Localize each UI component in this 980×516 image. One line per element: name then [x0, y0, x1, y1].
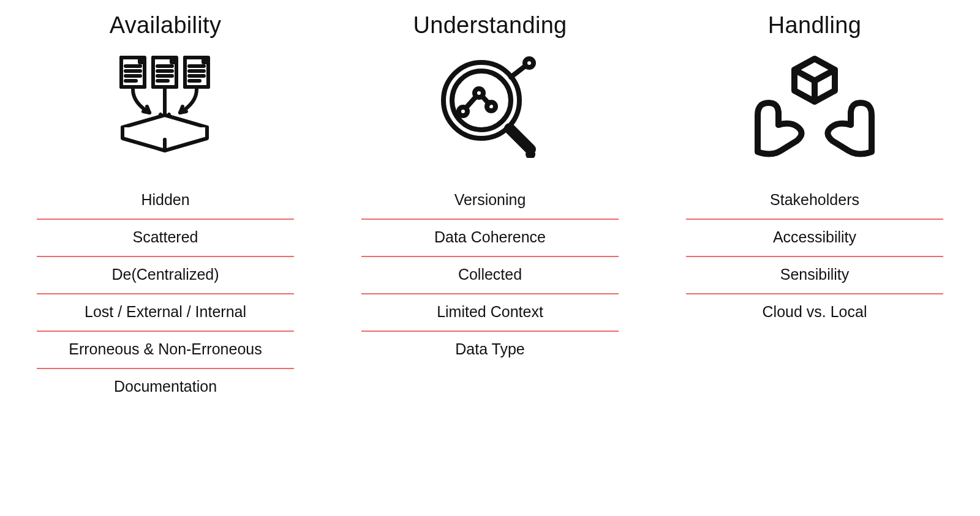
list-item: Versioning — [361, 182, 619, 220]
list-item: Hidden — [37, 182, 294, 220]
magnifier-chart-icon — [429, 54, 551, 158]
documents-into-box-icon — [104, 54, 227, 158]
columns-container: Availability — [0, 12, 980, 405]
column-title-handling: Handling — [768, 12, 861, 39]
list-item: Documentation — [37, 369, 294, 405]
list-item: Limited Context — [361, 294, 619, 332]
list-item: Collected — [361, 257, 619, 294]
column-title-understanding: Understanding — [413, 12, 567, 39]
list-availability: Hidden Scattered De(Centralized) Lost / … — [37, 182, 294, 405]
list-item: Sensibility — [686, 257, 943, 294]
list-handling: Stakeholders Accessibility Sensibility C… — [686, 182, 943, 331]
svg-point-23 — [525, 59, 533, 67]
list-item: Data Type — [361, 332, 619, 368]
list-item: Scattered — [37, 220, 294, 257]
column-title-availability: Availability — [110, 12, 221, 39]
list-item: Cloud vs. Local — [686, 294, 943, 331]
list-item: De(Centralized) — [37, 257, 294, 294]
list-understanding: Versioning Data Coherence Collected Limi… — [361, 182, 619, 368]
diagram-page: Availability — [0, 0, 980, 516]
column-understanding: Understanding — [361, 12, 619, 405]
list-item: Erroneous & Non-Erroneous — [37, 332, 294, 369]
list-item: Lost / External / Internal — [37, 294, 294, 332]
list-item: Stakeholders — [686, 182, 943, 220]
list-item: Accessibility — [686, 220, 943, 257]
column-handling: Handling Stakeholders Accessibility — [686, 12, 943, 405]
hands-holding-cube-icon — [750, 54, 879, 158]
column-availability: Availability — [37, 12, 294, 405]
list-item: Data Coherence — [361, 220, 619, 257]
svg-point-16 — [452, 71, 511, 130]
